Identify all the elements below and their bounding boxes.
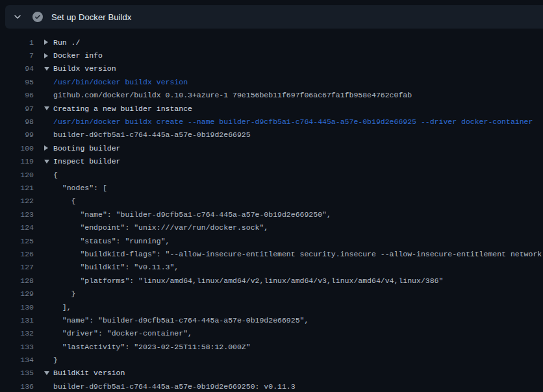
log-line-text: Buildx version <box>53 64 116 73</box>
log-line-text: } <box>53 356 58 364</box>
log-line-text: "status": "running", <box>53 237 170 245</box>
log-line: 126 "buildkitd-flags": "--allow-insecure… <box>0 247 543 260</box>
log-line: 132 "driver": "docker-container", <box>0 327 543 340</box>
log-line: 123 "name": "builder-d9cfb5a1-c764-445a-… <box>0 208 543 221</box>
log-line-text: { <box>53 171 58 179</box>
log-line-number[interactable]: 120 <box>0 171 34 179</box>
log-line: 125 "status": "running", <box>0 234 543 247</box>
log-group-line[interactable]: 94 Buildx version <box>0 62 543 75</box>
caret-expanded-icon <box>44 67 49 71</box>
log-line: 133 "lastActivity": "2023-02-25T11:58:12… <box>0 340 543 353</box>
log-line-text: Creating a new builder instance <box>53 104 192 113</box>
log-line-text: "lastActivity": "2023-02-25T11:58:12.000… <box>53 343 251 351</box>
log-line: 121 "nodes": [ <box>0 181 543 194</box>
log-line-text: "buildkitd-flags": "--allow-insecure-ent… <box>53 250 542 258</box>
step-title: Set up Docker Buildx <box>51 12 131 22</box>
log-line-number[interactable]: 122 <box>0 197 34 205</box>
log-line: 129 } <box>0 287 543 300</box>
log-line-number[interactable]: 125 <box>0 237 34 245</box>
log-line-number[interactable]: 132 <box>0 329 34 337</box>
log-line-text: "platforms": "linux/amd64,linux/amd64/v2… <box>53 276 443 285</box>
log-line-number[interactable]: 121 <box>0 184 34 192</box>
log-line: 128 "platforms": "linux/amd64,linux/amd6… <box>0 274 543 287</box>
log-group-line[interactable]: 97 Creating a new builder instance <box>0 102 543 115</box>
log-line-number[interactable]: 98 <box>0 117 34 126</box>
log-line-number[interactable]: 128 <box>0 276 34 285</box>
log-line-text: /usr/bin/docker buildx create --name bui… <box>53 117 533 126</box>
log-line-text: "endpoint": "unix:///var/run/docker.sock… <box>53 223 268 232</box>
caret-expanded-icon <box>44 106 49 110</box>
status-check-circle-icon <box>32 12 43 22</box>
log-line-text: { <box>53 197 76 205</box>
log-line-number[interactable]: 130 <box>0 303 34 312</box>
log-group-line[interactable]: 1 Run ./ <box>0 36 543 49</box>
log-lines: 1 Run ./ 7 Docker info 94 Buildx version… <box>0 29 543 392</box>
log-line: 95 /usr/bin/docker buildx version <box>0 75 543 88</box>
caret-expanded-icon <box>44 371 49 375</box>
log-line-text: Inspect builder <box>53 157 121 165</box>
log-line-number[interactable]: 135 <box>0 369 34 377</box>
log-line-number[interactable]: 119 <box>0 157 34 165</box>
log-line-number[interactable]: 136 <box>0 382 34 391</box>
log-line-text: Run ./ <box>53 38 80 47</box>
log-line-text: "buildkit": "v0.11.3", <box>53 263 179 271</box>
log-group-line[interactable]: 100 Booting builder <box>0 141 543 154</box>
log-line-number[interactable]: 133 <box>0 343 34 351</box>
log-line-number[interactable]: 1 <box>0 38 34 47</box>
log-group-line[interactable]: 119 Inspect builder <box>0 155 543 168</box>
caret-collapsed-icon <box>44 53 48 58</box>
log-line-text: Docker info <box>53 51 103 60</box>
log-line-text: "name": "builder-d9cfb5a1-c764-445a-a57e… <box>53 316 309 325</box>
log-line-number[interactable]: 134 <box>0 356 34 364</box>
log-line-number[interactable]: 123 <box>0 210 34 219</box>
log-line-text: "nodes": [ <box>53 184 107 192</box>
log-line: 98 /usr/bin/docker buildx create --name … <box>0 115 543 128</box>
log-line-text: "name": "builder-d9cfb5a1-c764-445a-a57e… <box>53 210 331 219</box>
log-line: 127 "buildkit": "v0.11.3", <box>0 261 543 274</box>
chevron-down-icon[interactable] <box>13 12 22 21</box>
log-group-line[interactable]: 7 Docker info <box>0 49 543 62</box>
log-line-number[interactable]: 97 <box>0 104 34 113</box>
log-line-text: builder-d9cfb5a1-c764-445a-a57e-0b19d2e6… <box>53 130 251 139</box>
caret-expanded-icon <box>44 160 49 164</box>
log-line: 131 "name": "builder-d9cfb5a1-c764-445a-… <box>0 313 543 326</box>
log-line: 120 { <box>0 168 543 181</box>
log-line-number[interactable]: 124 <box>0 223 34 232</box>
log-line-number[interactable]: 127 <box>0 263 34 271</box>
log-line-text: "driver": "docker-container", <box>53 329 192 337</box>
log-line-number[interactable]: 94 <box>0 64 34 73</box>
log-line-number[interactable]: 96 <box>0 91 34 99</box>
log-line-text: ], <box>53 303 71 312</box>
log-line-number[interactable]: 99 <box>0 130 34 139</box>
log-line-text: github.com/docker/buildx 0.10.3+azure-1 … <box>53 91 412 99</box>
log-line-number[interactable]: 100 <box>0 144 34 153</box>
log-line-text: /usr/bin/docker buildx version <box>53 78 188 86</box>
log-line-number[interactable]: 95 <box>0 78 34 86</box>
log-line: 130 ], <box>0 300 543 313</box>
log-line: 136 builder-d9cfb5a1-c764-445a-a57e-0b19… <box>0 380 543 392</box>
step-header[interactable]: Set up Docker Buildx <box>5 5 543 29</box>
log-line-text: } <box>53 289 76 298</box>
log-line-number[interactable]: 131 <box>0 316 34 325</box>
log-line-text: BuildKit version <box>53 369 125 377</box>
log-group-line[interactable]: 135 BuildKit version <box>0 367 543 380</box>
log-line: 96 github.com/docker/buildx 0.10.3+azure… <box>0 89 543 102</box>
log-line: 99 builder-d9cfb5a1-c764-445a-a57e-0b19d… <box>0 129 543 141</box>
log-line-number[interactable]: 126 <box>0 250 34 258</box>
caret-collapsed-icon <box>44 40 48 45</box>
log-line: 122 { <box>0 195 543 208</box>
log-line-text: Booting builder <box>53 144 121 153</box>
log-line-number[interactable]: 7 <box>0 51 34 60</box>
log-line: 124 "endpoint": "unix:///var/run/docker.… <box>0 221 543 234</box>
log-line-text: builder-d9cfb5a1-c764-445a-a57e-0b19d2e6… <box>53 382 296 391</box>
caret-collapsed-icon <box>44 145 48 151</box>
log-line-number[interactable]: 129 <box>0 289 34 298</box>
log-line: 134 } <box>0 353 543 366</box>
